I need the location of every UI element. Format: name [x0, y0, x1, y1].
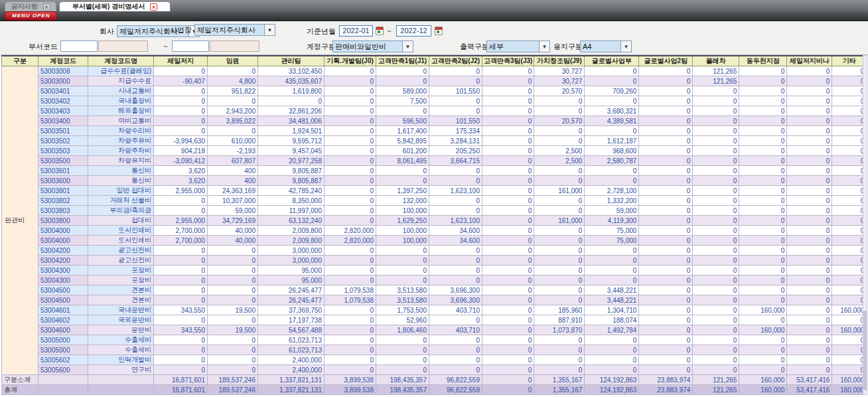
value-cell[interactable]: 0 [482, 335, 534, 345]
table-row[interactable]: 53003501차량수리비001,924,50101,617,400175,33… [2, 126, 867, 136]
account-name-cell[interactable]: 차량유지비 [88, 156, 154, 166]
value-cell[interactable]: 100,000 [376, 206, 429, 216]
table-row[interactable]: 53003402국내출장비00007,500000000000 [2, 96, 867, 106]
account-code-cell[interactable]: 53003501 [38, 126, 88, 136]
value-cell[interactable]: 0 [376, 276, 429, 285]
value-cell[interactable]: 19,500 [208, 305, 258, 315]
value-cell[interactable]: 0 [534, 166, 585, 176]
value-cell[interactable]: 0 [639, 285, 693, 295]
value-cell[interactable]: 0 [787, 136, 832, 146]
value-cell[interactable]: 0 [534, 236, 585, 246]
table-row[interactable]: 53003600통신비3,6204009,805,88700000000000 [2, 176, 867, 186]
value-cell[interactable]: 0 [482, 66, 534, 76]
value-cell[interactable]: 0 [639, 256, 693, 266]
value-cell[interactable]: 0 [739, 156, 787, 166]
value-cell[interactable]: 26,245,477 [258, 295, 325, 305]
value-cell[interactable]: 0 [832, 226, 867, 236]
value-cell[interactable]: 0 [832, 345, 867, 355]
value-cell[interactable]: 0 [787, 335, 832, 345]
value-cell[interactable]: 0 [787, 266, 832, 276]
value-cell[interactable]: 0 [693, 266, 739, 276]
value-cell[interactable]: 0 [482, 196, 534, 206]
table-row[interactable]: 53003400여비교통비03,895,02234,481,0060596,50… [2, 116, 867, 126]
value-cell[interactable]: 75,000 [585, 236, 639, 246]
account-code-cell[interactable]: 53003008 [38, 66, 88, 76]
value-cell[interactable]: 9,595,712 [258, 136, 325, 146]
account-code-cell[interactable]: 53003402 [38, 96, 88, 106]
account-code-cell[interactable]: 53004000 [38, 236, 88, 246]
value-cell[interactable]: 0 [534, 355, 585, 365]
value-cell[interactable]: 0 [693, 206, 739, 216]
value-cell[interactable]: 0 [739, 295, 787, 305]
value-cell[interactable]: 0 [208, 285, 258, 295]
value-cell[interactable]: 198,435,357 [376, 375, 429, 385]
account-name-cell[interactable]: 통신비 [88, 176, 154, 186]
value-cell[interactable]: 0 [376, 66, 429, 76]
value-cell[interactable]: 3,696,300 [429, 295, 482, 305]
value-cell[interactable]: 0 [639, 276, 693, 285]
value-cell[interactable]: 20,570 [534, 116, 585, 126]
value-cell[interactable]: 5,842,895 [376, 136, 429, 146]
value-cell[interactable]: 0 [693, 226, 739, 236]
value-cell[interactable]: 0 [482, 156, 534, 166]
table-row[interactable]: 53005600연구비002,400,00000000000000 [2, 365, 867, 375]
value-cell[interactable]: 0 [208, 246, 258, 256]
value-cell[interactable]: 0 [534, 196, 585, 206]
account-name-cell[interactable]: 급수수료(클레임) [88, 66, 154, 76]
value-cell[interactable]: 121,265 [693, 375, 739, 385]
value-cell[interactable]: 4,389,581 [585, 116, 639, 126]
value-cell[interactable]: 0 [739, 166, 787, 176]
account-name-cell[interactable]: 연구비 [88, 365, 154, 375]
value-cell[interactable]: 0 [739, 206, 787, 216]
value-cell[interactable]: 0 [154, 276, 208, 285]
value-cell[interactable]: 0 [534, 345, 585, 355]
value-cell[interactable]: 400 [208, 166, 258, 176]
value-cell[interactable]: 0 [639, 206, 693, 216]
table-row[interactable]: 53003503차량주차비904,218-2,1939,457,0450601,… [2, 146, 867, 156]
account-code-cell[interactable]: 53005600 [38, 365, 88, 375]
value-cell[interactable]: 0 [585, 355, 639, 365]
value-cell[interactable]: 1,397,250 [376, 186, 429, 196]
value-cell[interactable]: 0 [208, 345, 258, 355]
value-cell[interactable]: 0 [154, 315, 208, 325]
value-cell[interactable]: 0 [787, 226, 832, 236]
account-name-cell[interactable]: 국내출장비 [88, 96, 154, 106]
calendar-icon[interactable] [376, 27, 384, 35]
value-cell[interactable]: 61,023,713 [258, 345, 325, 355]
value-cell[interactable]: 0 [739, 355, 787, 365]
account-code-cell[interactable]: 53004500 [38, 285, 88, 295]
column-header[interactable]: 글로벌사업2팀 [639, 56, 693, 66]
value-cell[interactable]: 0 [832, 76, 867, 86]
value-cell[interactable]: 42,785,240 [258, 186, 325, 196]
value-cell[interactable]: 0 [429, 355, 482, 365]
account-name-cell[interactable]: 수출제비 [88, 335, 154, 345]
table-row[interactable]: 53004000도서인쇄비2,700,00040,0002,009,8002,8… [2, 236, 867, 246]
paper-type-select[interactable]: A4 ▾ [580, 40, 632, 52]
value-cell[interactable]: 0 [832, 116, 867, 126]
value-cell[interactable]: 0 [482, 226, 534, 236]
column-header[interactable]: 제일저지 [154, 56, 208, 66]
output-type-select[interactable]: 세부 ▾ [486, 40, 550, 52]
value-cell[interactable]: 0 [787, 176, 832, 186]
value-cell[interactable]: 0 [639, 196, 693, 206]
value-cell[interactable]: 0 [208, 66, 258, 76]
value-cell[interactable]: 2,700,000 [154, 226, 208, 236]
account-code-cell[interactable]: 53004601 [38, 305, 88, 315]
value-cell[interactable]: 0 [534, 106, 585, 116]
value-cell[interactable]: 0 [534, 295, 585, 305]
value-cell[interactable]: 4,119,300 [585, 216, 639, 226]
value-cell[interactable]: 0 [585, 166, 639, 176]
table-row[interactable]: 53004602국외운반비0017,197,738052,96000887,91… [2, 315, 867, 325]
value-cell[interactable]: 0 [787, 276, 832, 285]
account-code-cell[interactable]: 53003803 [38, 206, 88, 216]
table-row[interactable]: 53003401시내교통비0951,8221,619,8000589,00010… [2, 86, 867, 96]
account-name-cell[interactable]: 견본비 [88, 295, 154, 305]
value-cell[interactable]: 0 [482, 285, 534, 295]
value-cell[interactable]: 121,265 [693, 76, 739, 86]
value-cell[interactable]: 16,871,601 [154, 375, 208, 385]
value-cell[interactable]: 0 [154, 86, 208, 96]
value-cell[interactable]: 0 [693, 246, 739, 256]
value-cell[interactable]: 0 [639, 315, 693, 325]
value-cell[interactable]: 0 [787, 76, 832, 86]
value-cell[interactable]: 16,871,601 [154, 385, 208, 395]
